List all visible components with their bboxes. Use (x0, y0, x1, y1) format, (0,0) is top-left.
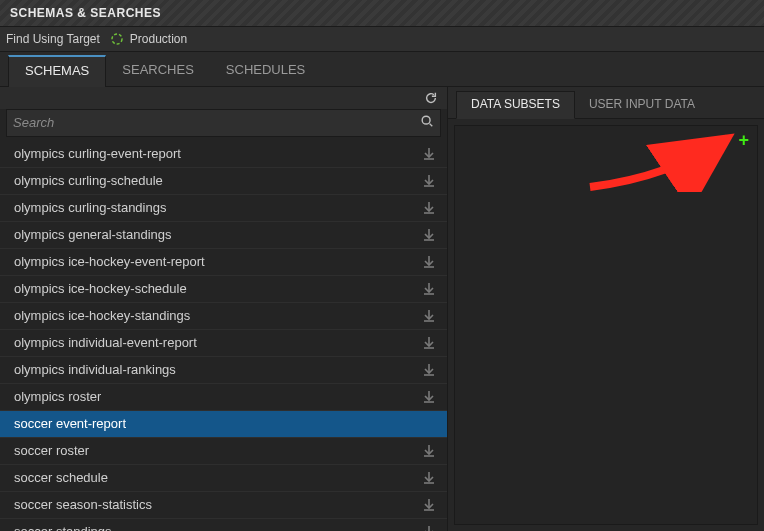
list-item-label: soccer schedule (14, 470, 108, 485)
svg-point-0 (112, 34, 122, 44)
list-item-label: olympics ice-hockey-standings (14, 308, 190, 323)
search-bar (6, 109, 441, 137)
list-item[interactable]: olympics curling-schedule (0, 168, 447, 195)
svg-point-1 (422, 117, 430, 125)
list-item-label: olympics individual-event-report (14, 335, 197, 350)
tab-searches[interactable]: SEARCHES (106, 54, 210, 86)
list-item-label: soccer season-statistics (14, 497, 152, 512)
list-item[interactable]: olympics individual-event-report (0, 330, 447, 357)
main-tabs: SCHEMASSEARCHESSCHEDULES (0, 52, 764, 87)
list-item[interactable]: olympics curling-standings (0, 195, 447, 222)
schema-list[interactable]: olympics curling-event-reportolympics cu… (0, 141, 447, 531)
subtab-user-input-data[interactable]: USER INPUT DATA (575, 91, 709, 118)
list-item[interactable]: soccer roster (0, 438, 447, 465)
list-item[interactable]: olympics ice-hockey-schedule (0, 276, 447, 303)
download-icon[interactable] (421, 389, 437, 405)
download-icon[interactable] (421, 146, 437, 162)
refresh-icon[interactable] (423, 90, 439, 106)
download-icon[interactable] (421, 254, 437, 270)
main: olympics curling-event-reportolympics cu… (0, 87, 764, 531)
download-icon[interactable] (421, 200, 437, 216)
download-icon[interactable] (421, 497, 437, 513)
list-item[interactable]: soccer standings (0, 519, 447, 531)
list-item[interactable]: olympics curling-event-report (0, 141, 447, 168)
tab-schemas[interactable]: SCHEMAS (8, 55, 106, 87)
download-icon[interactable] (421, 362, 437, 378)
list-item-label: soccer roster (14, 443, 89, 458)
target-value[interactable]: Production (130, 32, 187, 46)
right-panel: DATA SUBSETSUSER INPUT DATA × + (448, 87, 764, 531)
download-icon[interactable] (421, 173, 437, 189)
list-item-label: soccer standings (14, 524, 112, 531)
list-item[interactable]: olympics general-standings (0, 222, 447, 249)
list-item[interactable]: olympics roster (0, 384, 447, 411)
list-item-label: olympics general-standings (14, 227, 172, 242)
target-label: Find Using Target (6, 32, 100, 46)
subtab-tools: × + (720, 132, 749, 149)
search-input[interactable] (13, 115, 414, 130)
list-item-label: soccer event-report (14, 416, 126, 431)
list-item[interactable]: soccer season-statistics (0, 492, 447, 519)
download-icon[interactable] (421, 281, 437, 297)
list-item-label: olympics ice-hockey-schedule (14, 281, 187, 296)
target-icon (110, 32, 124, 46)
titlebar: SCHEMAS & SEARCHES (0, 0, 764, 27)
download-icon[interactable] (421, 470, 437, 486)
list-item-label: olympics curling-standings (14, 200, 166, 215)
subtab-data-subsets[interactable]: DATA SUBSETS (456, 91, 575, 119)
target-bar: Find Using Target Production (0, 27, 764, 52)
download-icon[interactable] (421, 443, 437, 459)
window: SCHEMAS & SEARCHES Find Using Target Pro… (0, 0, 764, 531)
list-item-label: olympics ice-hockey-event-report (14, 254, 205, 269)
list-item[interactable]: olympics ice-hockey-standings (0, 303, 447, 330)
subtab-body: × + (454, 125, 758, 525)
titlebar-title: SCHEMAS & SEARCHES (10, 6, 161, 20)
search-icon[interactable] (420, 114, 434, 131)
svg-line-2 (430, 124, 433, 127)
list-item-label: olympics curling-schedule (14, 173, 163, 188)
left-panel: olympics curling-event-reportolympics cu… (0, 87, 448, 531)
tab-schedules[interactable]: SCHEDULES (210, 54, 321, 86)
list-item[interactable]: olympics ice-hockey-event-report (0, 249, 447, 276)
list-item[interactable]: soccer event-report (0, 411, 447, 438)
add-icon[interactable]: + (738, 133, 749, 147)
list-item[interactable]: soccer schedule (0, 465, 447, 492)
left-toolbar (0, 87, 447, 109)
download-icon[interactable] (421, 335, 437, 351)
list-item-label: olympics curling-event-report (14, 146, 181, 161)
list-item-label: olympics individual-rankings (14, 362, 176, 377)
list-item-label: olympics roster (14, 389, 101, 404)
sub-tabs: DATA SUBSETSUSER INPUT DATA (448, 87, 764, 119)
list-item[interactable]: olympics individual-rankings (0, 357, 447, 384)
download-icon[interactable] (421, 308, 437, 324)
download-icon[interactable] (421, 524, 437, 531)
download-icon[interactable] (421, 227, 437, 243)
close-icon: × (720, 132, 729, 149)
